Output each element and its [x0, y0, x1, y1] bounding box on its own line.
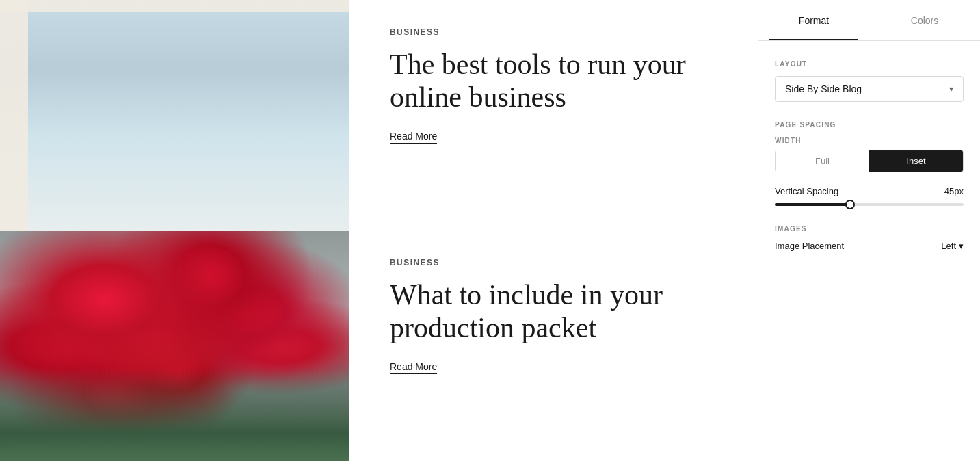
spacing-row: Vertical Spacing 45px: [775, 186, 964, 196]
panel-tabs: Format Colors: [758, 0, 980, 41]
page-spacing-label: PAGE SPACING: [775, 121, 964, 129]
vertical-spacing-label: Vertical Spacing: [775, 186, 838, 196]
blog-text-1: BUSINESS The best tools to run your onli…: [349, 0, 758, 171]
image-placement-dropdown[interactable]: Left ▾: [941, 241, 964, 251]
width-label: WIDTH: [775, 137, 964, 144]
read-more-link-2[interactable]: Read More: [390, 361, 437, 374]
width-inset[interactable]: Inset: [869, 150, 963, 172]
image-placement-label: Image Placement: [775, 241, 844, 251]
width-full[interactable]: Full: [776, 150, 869, 172]
layout-section-label: LAYOUT: [775, 60, 964, 68]
blog-title-1: The best tools to run your online busine…: [390, 48, 717, 114]
layout-section: LAYOUT Side By Side Blog ▾: [775, 60, 964, 102]
blog-title-2: What to include in your production packe…: [390, 278, 717, 345]
blog-row: BUSINESS The best tools to run your onli…: [0, 0, 758, 230]
vertical-spacing-container: Vertical Spacing 45px: [775, 186, 964, 206]
read-more-link-1[interactable]: Read More: [390, 131, 437, 144]
images-section-label: IMAGES: [775, 225, 964, 233]
image-placement-value: Left: [941, 241, 956, 251]
image-placement-chevron: ▾: [959, 241, 964, 251]
spacing-slider[interactable]: [775, 203, 964, 206]
blog-category-1: BUSINESS: [390, 27, 717, 37]
blog-image-2: [0, 230, 349, 461]
main-content: BUSINESS The best tools to run your onli…: [0, 0, 758, 461]
layout-chevron: ▾: [949, 84, 953, 94]
blog-category-2: BUSINESS: [390, 258, 717, 267]
layout-value: Side By Side Blog: [785, 83, 862, 94]
panel-content: LAYOUT Side By Side Blog ▾ PAGE SPACING …: [758, 41, 980, 461]
slider-thumb[interactable]: [845, 200, 855, 209]
width-toggle: Full Inset: [775, 150, 964, 172]
tab-format[interactable]: Format: [758, 0, 869, 40]
tab-colors[interactable]: Colors: [869, 0, 980, 40]
blog-row-2: BUSINESS What to include in your product…: [0, 230, 758, 461]
right-panel: Format Colors LAYOUT Side By Side Blog ▾…: [758, 0, 980, 461]
blog-text-2: BUSINESS What to include in your product…: [349, 230, 758, 401]
page-spacing-section: PAGE SPACING WIDTH Full Inset Vertical S…: [775, 121, 964, 206]
images-section: IMAGES Image Placement Left ▾: [775, 225, 964, 251]
slider-fill: [775, 203, 850, 206]
blog-image-1: [0, 0, 349, 230]
image-placement-field: Image Placement Left ▾: [775, 241, 964, 251]
vertical-spacing-value: 45px: [944, 186, 964, 196]
layout-dropdown[interactable]: Side By Side Blog ▾: [775, 76, 964, 102]
